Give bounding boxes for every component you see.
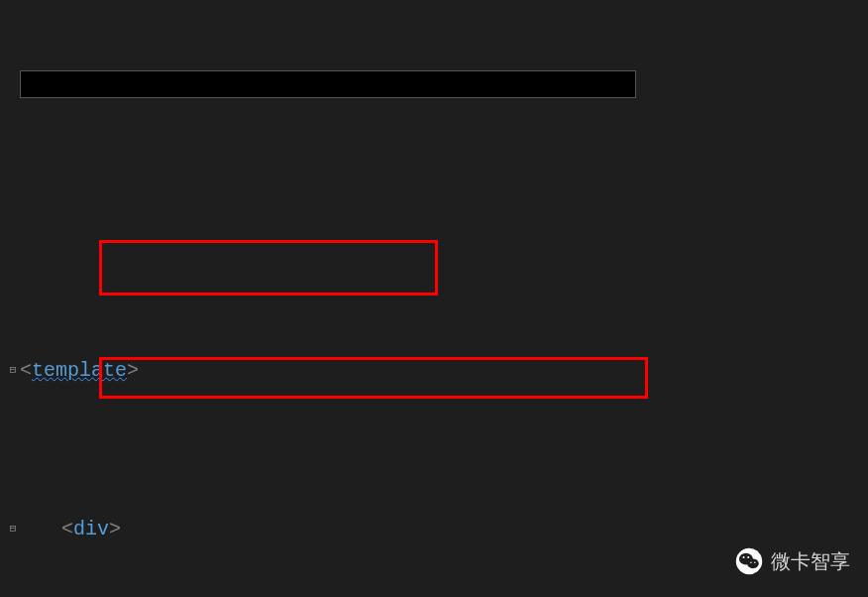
fold-marker-icon[interactable]: ⊟ (6, 362, 20, 380)
svg-point-2 (747, 558, 759, 568)
svg-point-5 (750, 561, 752, 563)
highlight-box-1 (99, 240, 438, 296)
code-line[interactable]: ⊟ <div> (6, 514, 868, 545)
watermark-text: 微卡智享 (771, 545, 850, 577)
svg-point-3 (743, 556, 745, 558)
line-highlight (20, 70, 636, 98)
tag-template: template (32, 359, 127, 382)
svg-point-4 (747, 556, 749, 558)
watermark: 微卡智享 (735, 545, 850, 577)
wechat-icon (735, 547, 763, 575)
code-editor[interactable]: ⊟ <template> ⊟ <div> <p>产品编码：{{prd.incod… (0, 0, 868, 597)
fold-marker-icon[interactable]: ⊟ (6, 521, 20, 538)
code-line[interactable]: ⊟ <template> (6, 355, 868, 387)
svg-point-6 (754, 561, 756, 563)
